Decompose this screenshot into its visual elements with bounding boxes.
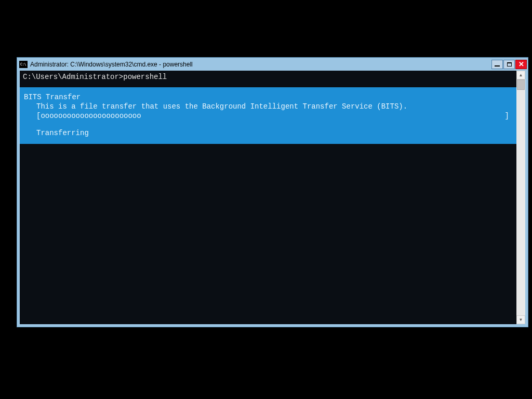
close-icon: ✕ bbox=[518, 61, 524, 68]
cmd-icon: C:\ bbox=[19, 61, 28, 68]
maximize-button[interactable] bbox=[503, 60, 515, 69]
progress-title: BITS Transfer bbox=[23, 93, 81, 101]
minimize-icon bbox=[495, 65, 500, 66]
progress-bar: [ ooooooooooooooooooooooo ] bbox=[23, 111, 513, 121]
progress-bar-close: ] bbox=[505, 111, 513, 121]
scroll-track[interactable] bbox=[516, 79, 525, 315]
minimize-button[interactable] bbox=[491, 60, 503, 69]
progress-status: Transferring bbox=[23, 128, 513, 138]
progress-bar-open: [ bbox=[36, 111, 41, 121]
scroll-up-arrow-icon[interactable]: ▲ bbox=[516, 71, 525, 79]
progress-bar-fill: ooooooooooooooooooooooo bbox=[41, 111, 141, 121]
terminal-area[interactable]: C:\Users\Administrator>powershell BITS T… bbox=[20, 71, 516, 324]
close-button[interactable]: ✕ bbox=[515, 60, 527, 69]
window-title: Administrator: C:\Windows\system32\cmd.e… bbox=[30, 61, 491, 68]
progress-description: This is a file transfer that uses the Ba… bbox=[23, 102, 513, 111]
progress-block: BITS Transfer This is a file transfer th… bbox=[20, 87, 516, 144]
window-controls: ✕ bbox=[491, 60, 527, 69]
cmd-window: C:\ Administrator: C:\Windows\system32\c… bbox=[17, 57, 528, 327]
command-prompt-line: C:\Users\Administrator>powershell bbox=[20, 71, 516, 82]
window-body: C:\Users\Administrator>powershell BITS T… bbox=[20, 71, 525, 324]
scroll-thumb[interactable] bbox=[517, 79, 525, 90]
cmd-icon-text: C:\ bbox=[20, 62, 26, 66]
vertical-scrollbar[interactable]: ▲ ▼ bbox=[516, 71, 525, 324]
scroll-down-arrow-icon[interactable]: ▼ bbox=[516, 315, 525, 324]
maximize-icon bbox=[507, 62, 512, 66]
titlebar[interactable]: C:\ Administrator: C:\Windows\system32\c… bbox=[17, 58, 528, 71]
